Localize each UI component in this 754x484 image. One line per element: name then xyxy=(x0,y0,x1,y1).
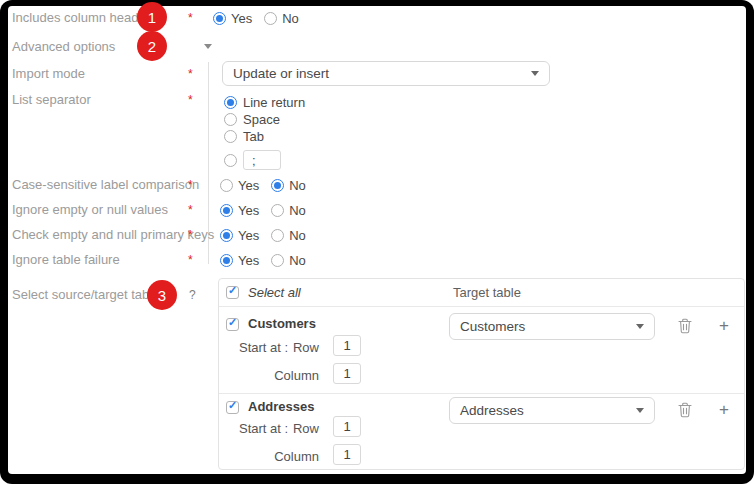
chevron-down-icon[interactable] xyxy=(204,44,212,49)
radio-icon-no xyxy=(271,254,284,267)
field-label-case-sensitive: Case-sensitive label comparison xyxy=(12,177,199,193)
chevron-down-icon xyxy=(531,71,539,76)
plus-icon: + xyxy=(719,401,729,419)
radio-label-yes: Yes xyxy=(238,253,259,268)
target-table-dropdown[interactable]: Addresses xyxy=(449,397,655,424)
field-label-import-mode: Import mode xyxy=(12,66,85,82)
radio-icon-no xyxy=(271,179,284,192)
screenshot-frame: Includes column headers 1 * Yes No Advan… xyxy=(0,0,754,484)
radio-icon-no xyxy=(271,229,284,242)
radio-icon-no xyxy=(264,12,277,25)
field-label-check-empty-keys: Check empty and null primary keys xyxy=(12,227,214,243)
field-label-ignore-table-failure: Ignore table failure xyxy=(12,252,120,268)
radio-option-yes[interactable]: Yes xyxy=(220,253,259,268)
radio-label-yes: Yes xyxy=(238,178,259,193)
check-empty-keys-radio-group: Yes No xyxy=(220,227,306,243)
radio-label-yes: Yes xyxy=(231,11,252,26)
required-asterisk: * xyxy=(188,252,193,268)
target-table-value: Customers xyxy=(460,319,636,334)
radio-icon-tab xyxy=(224,130,237,143)
radio-label-line-return: Line return xyxy=(243,95,305,110)
target-table-column-header: Target table xyxy=(453,285,521,300)
field-label-select-tables: Select source/target tables xyxy=(12,287,166,303)
radio-label-no: No xyxy=(289,253,306,268)
radio-option-yes[interactable]: Yes xyxy=(213,11,252,26)
required-asterisk: * xyxy=(188,66,193,82)
radio-label-yes: Yes xyxy=(238,228,259,243)
add-row-button[interactable]: + xyxy=(715,317,733,335)
select-all-label: Select all xyxy=(248,285,301,300)
table-row-addresses: Addresses Start at : Row Column Addresse… xyxy=(219,394,744,472)
delete-row-button[interactable] xyxy=(676,317,694,335)
list-separator-radio-group: Line return Space Tab xyxy=(224,95,305,172)
row-label: Row xyxy=(239,340,319,355)
column-label: Column xyxy=(239,449,319,464)
target-table-value: Addresses xyxy=(460,403,636,418)
add-row-button[interactable]: + xyxy=(715,401,733,419)
radio-icon-yes xyxy=(220,204,233,217)
radio-option-custom-separator xyxy=(224,148,305,172)
includes-column-headers-radio-group: Yes No xyxy=(213,10,299,26)
import-mode-value: Update or insert xyxy=(233,66,531,81)
radio-option-line-return[interactable]: Line return xyxy=(224,95,305,109)
radio-label-space: Space xyxy=(243,112,280,127)
import-mode-dropdown[interactable]: Update or insert xyxy=(222,61,550,86)
radio-icon-yes xyxy=(220,179,233,192)
source-target-tables-panel: Select all Target table Customers Start … xyxy=(218,278,745,470)
start-row-input[interactable] xyxy=(333,335,361,356)
annotation-badge-2: 2 xyxy=(137,31,167,61)
select-all-checkbox[interactable] xyxy=(226,286,239,299)
required-asterisk: * xyxy=(188,92,193,108)
radio-icon-yes xyxy=(213,12,226,25)
column-label: Column xyxy=(239,368,319,383)
trash-icon xyxy=(678,318,692,334)
delete-row-button[interactable] xyxy=(676,401,694,419)
radio-label-tab: Tab xyxy=(243,129,264,144)
ignore-table-failure-radio-group: Yes No xyxy=(220,252,306,268)
radio-icon-custom-separator[interactable] xyxy=(224,154,237,167)
radio-icon-yes xyxy=(220,229,233,242)
start-row-input[interactable] xyxy=(333,416,361,437)
required-asterisk: * xyxy=(188,227,193,243)
required-asterisk: * xyxy=(188,10,193,26)
chevron-down-icon xyxy=(636,324,644,329)
radio-option-no[interactable]: No xyxy=(271,178,306,193)
field-label-list-separator: List separator xyxy=(12,92,91,108)
source-table-name: Customers xyxy=(248,316,316,331)
case-sensitive-radio-group: Yes No xyxy=(220,177,306,193)
required-asterisk: * xyxy=(188,202,193,218)
ignore-empty-radio-group: Yes No xyxy=(220,202,306,218)
custom-separator-input[interactable] xyxy=(243,150,281,170)
radio-icon-no xyxy=(271,204,284,217)
start-column-input[interactable] xyxy=(333,444,361,465)
addresses-checkbox[interactable] xyxy=(226,401,239,414)
source-table-name: Addresses xyxy=(248,399,314,414)
annotation-badge-1: 1 xyxy=(137,2,167,32)
radio-label-no: No xyxy=(289,228,306,243)
help-icon[interactable]: ? xyxy=(189,287,196,303)
radio-option-no[interactable]: No xyxy=(271,253,306,268)
field-label-advanced-options: Advanced options xyxy=(12,39,115,55)
radio-label-no: No xyxy=(289,203,306,218)
required-asterisk: * xyxy=(188,177,193,193)
radio-option-no[interactable]: No xyxy=(264,11,299,26)
radio-option-tab[interactable]: Tab xyxy=(224,129,305,143)
radio-option-yes[interactable]: Yes xyxy=(220,203,259,218)
trash-icon xyxy=(678,402,692,418)
radio-option-no[interactable]: No xyxy=(271,203,306,218)
start-column-input[interactable] xyxy=(333,363,361,384)
plus-icon: + xyxy=(719,317,729,335)
radio-option-yes[interactable]: Yes xyxy=(220,178,259,193)
radio-option-yes[interactable]: Yes xyxy=(220,228,259,243)
radio-icon-yes xyxy=(220,254,233,267)
customers-checkbox[interactable] xyxy=(226,318,239,331)
row-label: Row xyxy=(239,421,319,436)
radio-option-no[interactable]: No xyxy=(271,228,306,243)
radio-label-no: No xyxy=(282,11,299,26)
target-table-dropdown[interactable]: Customers xyxy=(449,313,655,340)
radio-option-space[interactable]: Space xyxy=(224,112,305,126)
radio-label-yes: Yes xyxy=(238,203,259,218)
radio-label-no: No xyxy=(289,178,306,193)
tables-panel-header: Select all Target table xyxy=(219,279,744,307)
table-row-customers: Customers Start at : Row Column Customer… xyxy=(219,307,744,394)
